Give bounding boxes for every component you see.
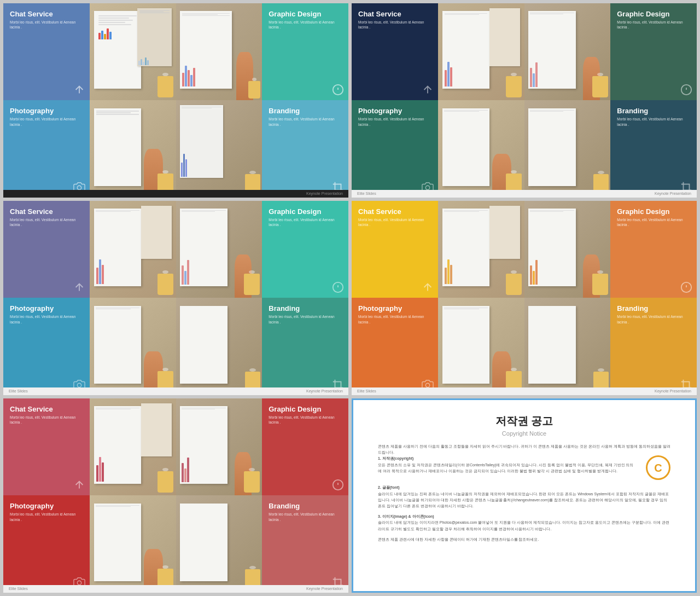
graphic-body-4: Morbi leo risus, elit. Vestibulum id Aen… — [617, 217, 690, 227]
svg-point-13 — [77, 383, 81, 387]
footer-2: Elite Slides Keynote Presentation — [352, 190, 697, 198]
photo-body-1: Morbi leo risus, elit. Vestibulum id Aen… — [10, 117, 83, 126]
footer-left-5: Elite Slides — [9, 587, 28, 591]
brand-title-1: Branding — [269, 107, 342, 115]
chat-body-3: Morbi leo risus, elit. Vestibulum id Aen… — [10, 217, 83, 227]
panel-branding-1: Branding Morbi leo risus, elit. Vestibul… — [176, 100, 349, 197]
footer-1: Keynote Presentation — [3, 190, 348, 198]
graphic-body-3: Morbi leo risus, elit. Vestibulum id Aen… — [269, 217, 342, 227]
brand-body-1: Morbi leo risus, elit. Vestibulum id Aen… — [269, 117, 342, 126]
graphic-title-3: Graphic Design — [269, 207, 342, 216]
photo-body-5: Morbi leo risus, elit. Vestibulum id Aen… — [10, 512, 83, 522]
graphic-title-2: Graphic Design — [617, 10, 690, 18]
graphic-body-1: Morbi leo risus, elit. Vestibulum id Aen… — [269, 20, 342, 30]
svg-rect-19 — [684, 381, 690, 387]
arrow-icon-2 — [422, 84, 434, 96]
alert-icon-4 — [680, 281, 692, 293]
panel-photography-1: Photography Morbi leo risus, elit. Vesti… — [3, 100, 176, 197]
photo-title-2: Photography — [358, 107, 431, 115]
chat-title-2: Chat Service — [358, 10, 431, 18]
section1-title: 1. 저작권(copyright) — [378, 456, 413, 460]
photo-title-3: Photography — [10, 304, 83, 313]
footer-5: Elite Slides Keynote Presentation — [3, 585, 348, 593]
brand-body-3: Morbi leo risus, elit. Vestibulum id Aen… — [269, 314, 342, 324]
section1-body: 모든 콘텐츠의 소유 및 저작권은 콘텐츠테일리(이하 본ContentsTai… — [378, 462, 635, 474]
svg-point-3 — [77, 186, 81, 189]
section3-body: 슬라이드 내에 담겨있는 이미지라면 Photos@pexatos.com 붙여… — [378, 519, 670, 531]
alert-icon-5 — [332, 479, 344, 491]
svg-rect-9 — [684, 184, 690, 190]
chat-title-5: Chat Service — [10, 405, 83, 413]
panel-chat-service-1: Chat Service Morbi leo risus, elit. Vest… — [3, 3, 176, 100]
section2-title: 2. 글꼴(font) — [378, 485, 400, 489]
brand-body-5: Morbi leo risus, elit. Vestibulum id Aen… — [269, 512, 342, 522]
alert-icon-3 — [332, 281, 344, 293]
chat-body-2: Morbi leo risus, elit. Vestibulum id Aen… — [358, 20, 431, 30]
footer-4: Elite Slides Keynote Presentation — [352, 387, 697, 395]
footer-right-2: Keynote Presentation — [655, 192, 691, 195]
graphic-title-1: Graphic Design — [269, 10, 342, 18]
arrow-icon-1 — [73, 84, 85, 96]
photo-title-4: Photography — [358, 304, 431, 313]
arrow-icon-5 — [73, 479, 85, 491]
chat-body-1: Morbi leo risus, elit. Vestibulum id Aen… — [10, 20, 83, 30]
svg-point-18 — [425, 383, 429, 387]
slide-1: Chat Service Morbi leo risus, elit. Vest… — [3, 3, 348, 198]
copyright-footer-body: 콘텐츠 제품 관련사에 대한 자세한 사항을 콘테이티 허가에 기재한 콘텐츠타… — [378, 536, 670, 542]
svg-point-8 — [425, 186, 429, 189]
copyright-slide: 저작권 공고 Copyright Notice 콘텐츠 제품을 사용하기 전에 … — [352, 398, 697, 593]
chat-body-5: Morbi leo risus, elit. Vestibulum id Aen… — [10, 415, 83, 425]
footer-right-5: Keynote Presentation — [306, 587, 343, 591]
svg-rect-4 — [335, 184, 341, 190]
slide-3: Chat Service Morbi leo risus, elit. Vest… — [3, 201, 348, 395]
photo-body-3: Morbi leo risus, elit. Vestibulum id Aen… — [10, 314, 83, 324]
section3-title: 3. 이미지(image) & 아이콘(icon) — [378, 514, 434, 518]
footer-right-3: Keynote Presentation — [306, 389, 343, 393]
graphic-body-2: Morbi leo risus, elit. Vestibulum id Aen… — [617, 20, 690, 30]
svg-rect-14 — [335, 381, 341, 387]
brand-body-2: Morbi leo risus, elit. Vestibulum id Aen… — [617, 117, 690, 126]
brand-title-4: Branding — [617, 304, 690, 313]
photo-title-1: Photography — [10, 107, 83, 115]
footer-left-3: Elite Slides — [9, 389, 28, 393]
arrow-icon-3 — [73, 281, 85, 293]
slide-4: Chat Service Morbi leo risus, elit. Vest… — [352, 201, 697, 395]
footer-left-4: Elite Slides — [357, 389, 376, 393]
slide-5: Chat Service Morbi leo risus, elit. Vest… — [3, 398, 348, 593]
brand-title-3: Branding — [269, 304, 342, 313]
panel-graphic-design-1: Graphic Design Morbi leo risus, elit. Ve… — [176, 3, 349, 100]
chat-title-1: Chat Service — [10, 10, 83, 18]
photo-body-2: Morbi leo risus, elit. Vestibulum id Aen… — [358, 117, 431, 126]
footer-right-1: Keynote Presentation — [306, 192, 343, 195]
chat-body-4: Morbi leo risus, elit. Vestibulum id Aen… — [358, 217, 431, 227]
alert-icon-1 — [332, 84, 344, 96]
arrow-icon-4 — [422, 281, 434, 293]
alert-icon-2 — [680, 84, 692, 96]
footer-left-2: Elite Slides — [357, 192, 376, 195]
section2-body: 슬라이드 내에 담겨있는 진짜 폰트는 네이버 나눔글꼴의 저작권을 제외하여 … — [378, 491, 670, 510]
chat-title-3: Chat Service — [10, 207, 83, 216]
brand-title-5: Branding — [269, 502, 342, 510]
graphic-body-5: Morbi leo risus, elit. Vestibulum id Aen… — [269, 415, 342, 425]
slide-2: Chat Service Morbi leo risus, elit. Vest… — [352, 3, 697, 198]
brand-title-2: Branding — [617, 107, 690, 115]
footer-3: Elite Slides Keynote Presentation — [3, 387, 348, 395]
copyright-c-logo: C — [646, 455, 670, 480]
copyright-intro: 콘텐츠 제품을 사용하기 전에 다음의 활동고 조항들을 자세히 읽어 주시기 … — [378, 443, 670, 455]
brand-body-4: Morbi leo risus, elit. Vestibulum id Aen… — [617, 314, 690, 324]
graphic-title-4: Graphic Design — [617, 207, 690, 216]
copyright-title: 저작권 공고 — [495, 414, 553, 429]
footer-right-4: Keynote Presentation — [655, 389, 691, 393]
svg-rect-24 — [335, 579, 341, 585]
copyright-subtitle: Copyright Notice — [502, 430, 546, 437]
photo-title-5: Photography — [10, 502, 83, 510]
graphic-title-5: Graphic Design — [269, 405, 342, 413]
svg-point-23 — [77, 581, 81, 585]
photo-body-4: Morbi leo risus, elit. Vestibulum id Aen… — [358, 314, 431, 324]
chat-title-4: Chat Service — [358, 207, 431, 216]
